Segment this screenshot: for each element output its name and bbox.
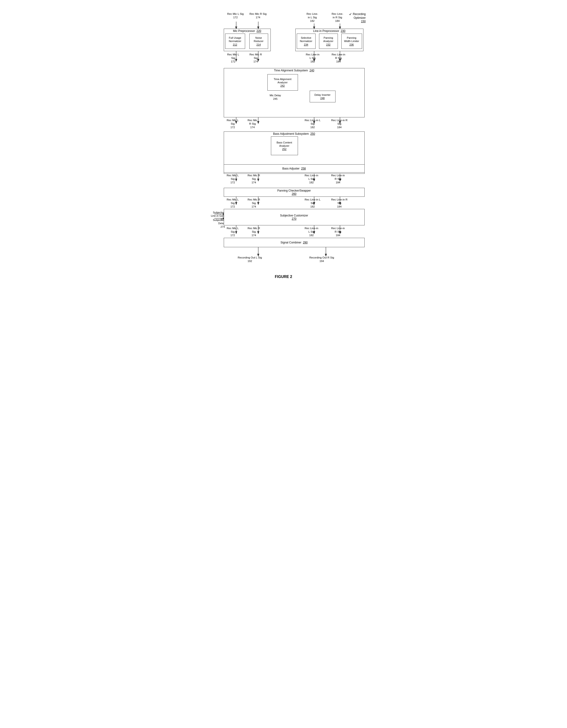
rec-mic-l-sig-172-top: Rec Mic L Sig172 (227, 12, 244, 19)
bass-adjuster-box: Bass Adjuster 258 (224, 164, 365, 173)
figure-label: FIGURE 2 (201, 275, 366, 279)
bass-adjuster-label: Bass Adjuster 258 (282, 167, 306, 170)
panning-checker-swapper-number: 260 (292, 192, 296, 196)
recording-out-l-label: Recording Out L Sig192 (238, 256, 262, 263)
rec-mic-l-sig-172-2: Rec Mic LSig172 (227, 53, 239, 63)
rec-mic-l-sig-172-5: Rec Mic LSig172 (227, 198, 239, 208)
delay-inserter-label: Delay Inserter248 (314, 93, 330, 100)
mic-preprocessor-box: Mic Preprocessor 220 Full UsageNormalize… (224, 29, 271, 51)
rec-linein-r-sig-184-5: Rec Line-in RSig184 (331, 198, 348, 208)
recording-out-r-label: Recording Out R Sig194 (309, 256, 334, 263)
rec-mic-l-sig-172-4: Rec Mic LSig172 (227, 174, 239, 184)
noise-reducer-box: NoiseReducer214 (249, 34, 268, 49)
selective-normalizer-label: SelectiveNormalizer234 (300, 36, 312, 46)
linein-preprocessor-box: Line-in Preprocessor 230 SelectiveNormal… (295, 29, 363, 51)
panning-width-limiter-label: PanningWidth Limiter236 (344, 36, 359, 46)
rec-linein-l-sig-182-5: Rec Line-in LSig182 (305, 198, 321, 208)
full-usage-normalizer-box: Full UsageNormalizer212 (225, 34, 245, 49)
rec-mic-r-sig-174-5: Rec Mic RSig174 (248, 198, 260, 208)
recording-optimizer-text: RecordingOptimizer (353, 12, 366, 19)
delay-inserter-box: Delay Inserter248 (310, 91, 336, 102)
signal-combiner-box: Signal Combiner 290 (224, 238, 365, 247)
rec-mic-l-sig-172-3: Rec Mic LSig172 (227, 119, 239, 129)
rec-mic-r-sig-174-3: Rec MicR Sig174 (248, 119, 258, 129)
subjective-customizer-box: Subjective Customizer 270 (224, 209, 365, 225)
rec-mic-r-sig-174-2: Rec Mic RSig174 (250, 53, 262, 63)
recording-optimizer-number: 150 (361, 20, 366, 23)
time-alignment-analyzer-label: Time AlignmentAnalyzer242 (274, 77, 291, 88)
rec-linein-r-sig-184-4: Rec Line-inR Sig184 (331, 174, 345, 184)
diagram: ↙ RecordingOptimizer 150 Rec Mic L Sig17… (201, 12, 366, 270)
mic-delay-label: Mic Delay245 (270, 94, 281, 101)
rec-linein-r-sig-184-top: Rec Line-in R Sig184 (332, 12, 343, 23)
rec-linein-l-sig-182-2: Rec Line-inL Sig182 (306, 53, 320, 63)
rec-linein-l-sig-182-4: Rec Line-inL Sig182 (305, 174, 318, 184)
noise-reducer-label: NoiseReducer214 (254, 36, 264, 46)
rec-linein-l-sig-182-6: Rec Line-inL Sig182 (305, 227, 318, 237)
selective-normalizer-box: SelectiveNormalizer234 (297, 34, 316, 49)
time-alignment-subsystem-box: Time Alignment Subsystem 240 Time Alignm… (224, 68, 365, 117)
rec-linein-l-sig-182-3: Rec Line-in LSig182 (305, 119, 321, 129)
rec-mic-l-sig-172-6: Rec Mic LSig172 (227, 227, 239, 237)
rec-linein-r-sig-184-2: Rec Line-inR Sig184 (332, 53, 345, 63)
rec-linein-l-sig-182-top: Rec Line-in L Sig182 (307, 12, 318, 23)
recording-optimizer-label: ↙ RecordingOptimizer 150 (349, 12, 366, 23)
panning-analyzer-box: PanningAnalyzer232 (319, 34, 338, 49)
rec-mic-r-sig-174-4: Rec Mic RSig174 (248, 174, 260, 184)
subjective-customizer-number: 270 (292, 217, 296, 220)
panning-checker-swapper-box: Panning Checker/Swapper 260 (224, 188, 365, 197)
subjective-customizer-label: Subjective Customizer (280, 214, 308, 217)
recording-optimizer-arrow: ↙ (349, 12, 352, 16)
full-usage-normalizer-label: Full UsageNormalizer212 (229, 36, 241, 46)
bass-content-analyzer-box: Bass ContentAnalyzer252 (271, 136, 298, 155)
panning-analyzer-label: PanningAnalyzer232 (323, 36, 333, 46)
time-alignment-analyzer-box: Time AlignmentAnalyzer242 (267, 74, 298, 91)
page: ↙ RecordingOptimizer 150 Rec Mic L Sig17… (192, 5, 375, 288)
rec-mic-r-sig-174-top: Rec Mic R Sig174 (250, 12, 267, 19)
signal-combiner-label: Signal Combiner 290 (281, 241, 308, 244)
rec-linein-r-sig-184-3: Rec Line-in RSig184 (331, 119, 348, 129)
panning-checker-swapper-label: Panning Checker/Swapper (277, 189, 311, 192)
subjective-delay-label: SubjectiveDelay274 (201, 218, 225, 228)
rec-linein-r-sig-184-6: Rec Line-inR Sig184 (331, 227, 345, 237)
bass-content-analyzer-label: Bass ContentAnalyzer252 (277, 141, 292, 151)
panning-width-limiter-box: PanningWidth Limiter236 (341, 34, 362, 49)
rec-mic-r-sig-174-6: Rec Mic RSig174 (248, 227, 260, 237)
